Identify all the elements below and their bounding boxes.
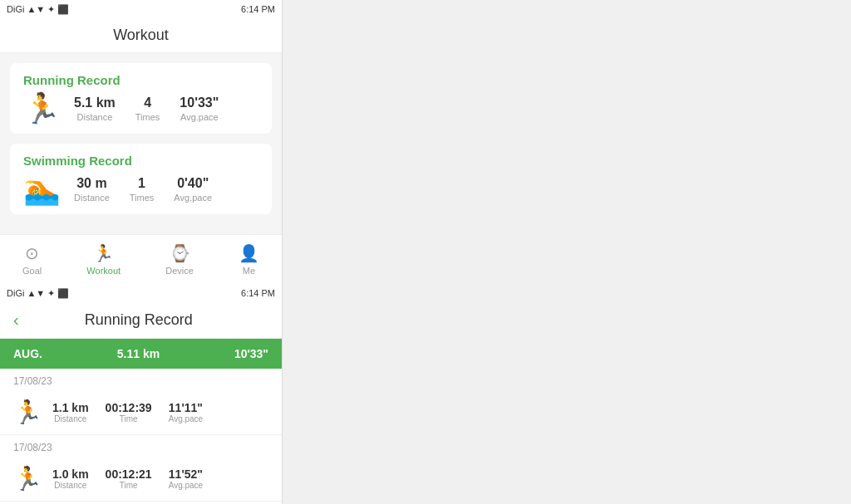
nav-workout[interactable]: 🏃 Workout	[86, 243, 121, 276]
header-month: AUG.	[13, 347, 42, 360]
swimming-stats: 30 m Distance 1 Times 0'40" Avg.pace	[74, 176, 212, 203]
run-pace-lbl-0: Avg.pace	[169, 414, 204, 423]
me-label: Me	[243, 266, 255, 276]
swimming-stat-times: 1 Times	[130, 176, 155, 203]
carrier-1: DiGi ▲▼ ✦ ⬛	[7, 4, 69, 15]
running-entries-list: 17/08/23 🏃 1.1 km Distance 00:12:39 Time…	[0, 369, 282, 504]
workout-title-bar: Workout	[0, 18, 282, 53]
run-stats-1: 1.0 km Distance 00:12:21 Time 11'52" Avg…	[52, 467, 268, 490]
running-pace-label: Avg.pace	[180, 112, 219, 122]
workout-title: Workout	[113, 27, 169, 43]
run-dist-lbl-1: Distance	[54, 481, 86, 490]
run-time-val-1: 00:12:21	[106, 467, 152, 481]
time-1: 6:14 PM	[241, 4, 275, 14]
run-ghost-icon-1: 🏃	[13, 465, 42, 492]
swimming-times-label: Times	[130, 193, 155, 203]
run-time-lbl-1: Time	[120, 481, 138, 490]
nav-device[interactable]: ⌚ Device	[165, 243, 194, 276]
time-2: 6:14 PM	[241, 288, 275, 298]
running-ghost-icon: 🏃	[23, 94, 61, 124]
status-bar-2: DiGi ▲▼ ✦ ⬛ 6:14 PM	[0, 284, 282, 302]
nav-me[interactable]: 👤 Me	[239, 243, 259, 276]
run-stats-0: 1.1 km Distance 00:12:39 Time 11'11" Avg…	[52, 401, 268, 423]
workout-content: Running Record 🏃 5.1 km Distance 4 Times…	[0, 53, 282, 234]
swimming-pace-value: 0'40"	[177, 176, 209, 191]
swimming-times-value: 1	[138, 176, 145, 191]
swimming-record-title: Swimming Record	[23, 154, 258, 168]
running-times-label: Times	[135, 112, 160, 122]
run-dist-lbl-0: Distance	[54, 414, 86, 423]
goal-label: Goal	[22, 266, 42, 276]
run-ghost-icon-0: 🏃	[13, 399, 42, 426]
running-record-title: Running Record	[23, 73, 258, 87]
swimming-distance-value: 30 m	[76, 176, 106, 191]
me-icon: 👤	[239, 243, 259, 263]
panel-running: DiGi ▲▼ ✦ ⬛ 6:14 PM ‹ Running Record AUG…	[0, 284, 283, 504]
swimming-stat-pace: 0'40" Avg.pace	[174, 176, 212, 203]
run-dist-val-1: 1.0 km	[52, 467, 89, 481]
workout-icon: 🏃	[93, 243, 114, 263]
running-stats: 5.1 km Distance 4 Times 10'33" Avg.pace	[74, 95, 219, 122]
device-label: Device	[165, 266, 194, 276]
swimming-stat-distance: 30 m Distance	[74, 176, 110, 203]
run-stat-pace-0: 11'11" Avg.pace	[169, 401, 204, 423]
running-stat-pace: 10'33" Avg.pace	[180, 95, 219, 122]
device-icon: ⌚	[170, 243, 190, 263]
run-entry-1[interactable]: 🏃 1.0 km Distance 00:12:21 Time 11'52" A…	[0, 457, 282, 502]
running-pace-value: 10'33"	[180, 95, 219, 110]
swimming-distance-label: Distance	[74, 193, 110, 203]
back-button[interactable]: ‹	[13, 311, 19, 330]
run-stat-time-1: 00:12:21 Time	[106, 467, 152, 490]
run-time-val-0: 00:12:39	[106, 401, 152, 414]
carrier-2: DiGi ▲▼ ✦ ⬛	[7, 288, 69, 299]
run-time-lbl-0: Time	[120, 414, 138, 423]
panel-workout: DiGi ▲▼ ✦ ⬛ 6:14 PM Workout Running Reco…	[0, 0, 283, 284]
running-distance-label: Distance	[77, 112, 113, 122]
header-distance: 5.11 km	[117, 347, 160, 360]
run-pace-lbl-1: Avg.pace	[169, 481, 204, 490]
running-distance-value: 5.1 km	[74, 95, 116, 110]
nav-goal[interactable]: ⊙ Goal	[22, 243, 42, 276]
swimming-pace-label: Avg.pace	[174, 193, 212, 203]
run-entry-0[interactable]: 🏃 1.1 km Distance 00:12:39 Time 11'11" A…	[0, 390, 282, 435]
goal-icon: ⊙	[25, 243, 39, 263]
swimming-record-section: Swimming Record 🏊 30 m Distance 1 Times …	[10, 144, 272, 214]
date-label-0: 17/08/23	[0, 369, 282, 390]
run-dist-val-0: 1.1 km	[52, 401, 89, 414]
running-record-section: Running Record 🏃 5.1 km Distance 4 Times…	[10, 63, 272, 134]
run-stat-dist-0: 1.1 km Distance	[52, 401, 89, 423]
running-stat-distance: 5.1 km Distance	[74, 95, 116, 122]
running-record-page-title: Running Record	[26, 311, 252, 329]
swimming-ghost-icon: 🏊	[23, 174, 61, 204]
running-stat-times: 4 Times	[135, 95, 160, 122]
running-times-value: 4	[144, 95, 151, 110]
header-time: 10'33"	[234, 347, 268, 360]
run-pace-val-1: 11'52"	[169, 467, 203, 481]
swimming-record-row: 🏊 30 m Distance 1 Times 0'40" Avg.pace	[23, 174, 258, 204]
running-summary-header: AUG. 5.11 km 10'33"	[0, 339, 282, 369]
date-label-1: 17/08/23	[0, 435, 282, 457]
run-stat-dist-1: 1.0 km Distance	[52, 467, 89, 490]
running-title-bar: ‹ Running Record	[0, 302, 282, 339]
workout-label: Workout	[86, 266, 121, 276]
workout-bottom-nav: ⊙ Goal 🏃 Workout ⌚ Device 👤 Me	[0, 234, 282, 284]
run-stat-time-0: 00:12:39 Time	[106, 401, 152, 423]
status-bar-1: DiGi ▲▼ ✦ ⬛ 6:14 PM	[0, 0, 282, 18]
run-pace-val-0: 11'11"	[169, 401, 203, 414]
running-record-row: 🏃 5.1 km Distance 4 Times 10'33" Avg.pac…	[23, 94, 258, 124]
run-stat-pace-1: 11'52" Avg.pace	[169, 467, 204, 490]
